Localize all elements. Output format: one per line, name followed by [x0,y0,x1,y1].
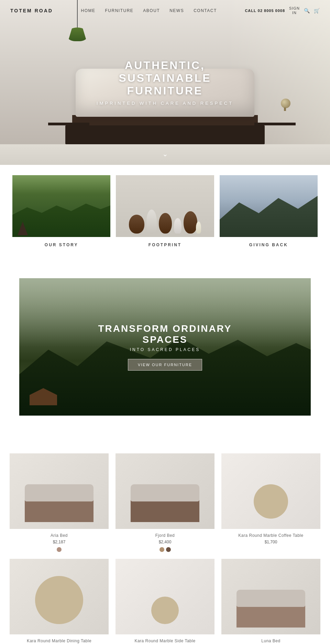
cart-icon[interactable]: 🛒 [314,8,320,14]
product-name-kara-side: Kara Round Marble Side Table [116,639,214,643]
bed-shape-aria [25,495,94,522]
bed-shape-luna [236,600,305,628]
site-logo[interactable]: TOTEM ROAD [10,8,53,13]
products-grid: Aria Bed $2,187 Fjord Bed $2,400 Kara Ro… [10,453,320,644]
swatch-1[interactable] [57,547,62,552]
product-aria-bed[interactable]: Aria Bed $2,187 [10,453,109,552]
nav-right: CALL 02 8005 0008 SIGNIN 🔍 🛒 [245,6,320,15]
mountains-image [220,175,318,237]
forest-text-block: TRANSFORM ORDINARY SPACES INTO SACRED PL… [92,323,238,371]
forest-banner-subtitle: INTO SACRED PLACES [92,347,238,352]
candle-1 [146,210,157,234]
swatches-aria-bed [10,547,109,552]
candle-3 [196,222,201,234]
giving-back-label: GIVING BACK [220,242,318,247]
product-fjord-bed[interactable]: Fjord Bed $2,400 [116,453,214,552]
log-1 [129,215,144,234]
signin-button[interactable]: SIGNIN [289,6,300,15]
footprint-label: FOOTPRINT [116,242,214,247]
globe-lamp [281,99,290,108]
col-footprint[interactable]: FOOTPRINT [113,175,217,247]
log-2 [159,213,172,234]
product-price-fjord-bed: $2,400 [116,540,214,544]
forest-banner-title: TRANSFORM ORDINARY SPACES [92,323,238,345]
pendant-shade [67,27,88,41]
dining-table-shape [35,576,83,624]
product-price-kara-coffee: $1,700 [221,540,320,544]
swatch-light[interactable] [160,547,164,552]
nav-news[interactable]: NEWS [169,8,184,13]
our-story-label: OUR STORY [12,242,110,247]
nav-about[interactable]: ABOUT [143,8,160,13]
col-our-story[interactable]: OUR STORY [10,175,113,247]
product-name-kara-dining: Kara Round Marble Dining Table [10,639,109,643]
product-image-fjord-bed [116,453,214,529]
hero-text-block: AUTHENTIC, SUSTAINABLE FURNITURE IMPRINT… [82,59,248,106]
product-name-fjord-bed: Fjord Bed [116,533,214,538]
product-name-kara-coffee: Kara Round Marble Coffee Table [221,533,320,538]
product-image-kara-dining [10,559,109,634]
phone-number[interactable]: 02 8005 0008 [258,9,285,13]
nav-home[interactable]: HOME [81,8,95,13]
product-image-luna-bed [221,559,320,634]
product-image-kara-coffee [221,453,320,529]
giving-back-image-container [220,175,318,237]
products-section: Aria Bed $2,187 Fjord Bed $2,400 Kara Ro… [0,436,330,644]
hero-scroll-chevron[interactable]: ⌄ [162,150,168,158]
product-kara-side-table[interactable]: Kara Round Marble Side Table $550 [116,559,214,644]
search-icon[interactable]: 🔍 [304,8,310,14]
navigation: TOTEM ROAD HOME FURNITURE ABOUT NEWS CON… [0,0,330,21]
swatches-fjord-bed [116,547,214,552]
log-3 [184,211,197,234]
view-furniture-button[interactable]: VIEW OUR FURNITURE [128,359,202,371]
col-giving-back[interactable]: GIVING BACK [217,175,320,247]
globe-lamp-neck [284,108,286,111]
product-price-aria-bed: $2,187 [10,540,109,544]
swatch-dark[interactable] [166,547,171,552]
hero-subtitle: IMPRINTED WITH CARE AND RESPECT [82,101,248,106]
our-story-image [12,175,110,237]
nav-links: HOME FURNITURE ABOUT NEWS CONTACT [81,8,217,13]
call-label: CALL [245,9,256,13]
spacer-2 [0,416,330,436]
hero-title: AUTHENTIC, SUSTAINABLE FURNITURE [82,59,248,97]
side-table-shape [151,597,179,624]
spacer-1 [0,258,330,278]
product-luna-bed[interactable]: Luna Bed $2,800 [221,559,320,644]
nav-call-info: CALL 02 8005 0008 [245,9,285,13]
side-table-right [254,123,296,125]
side-table-left [48,123,89,125]
hero-section: AUTHENTIC, SUSTAINABLE FURNITURE IMPRINT… [0,0,330,165]
nav-contact[interactable]: CONTACT [194,8,217,13]
three-column-section: OUR STORY FOOTPRINT GIVING BACK [0,165,330,258]
round-table-shape [254,484,288,519]
candles-image [116,175,214,237]
forest-banner: TRANSFORM ORDINARY SPACES INTO SACRED PL… [19,278,311,416]
product-image-aria-bed [10,453,109,529]
bed-shape-fjord [131,495,199,522]
product-kara-coffee-table[interactable]: Kara Round Marble Coffee Table $1,700 [221,453,320,552]
candle-2 [174,218,182,234]
product-kara-dining-table[interactable]: Kara Round Marble Dining Table $2,500 [10,559,109,644]
product-name-aria-bed: Aria Bed [10,533,109,538]
product-image-kara-side [116,559,214,634]
nav-furniture[interactable]: FURNITURE [105,8,133,13]
footprint-image-container [116,175,214,237]
bed-platform [65,125,265,144]
product-name-luna-bed: Luna Bed [221,639,320,643]
forest-image [12,175,110,237]
forest-banner-wrap: TRANSFORM ORDINARY SPACES INTO SACRED PL… [0,278,330,416]
